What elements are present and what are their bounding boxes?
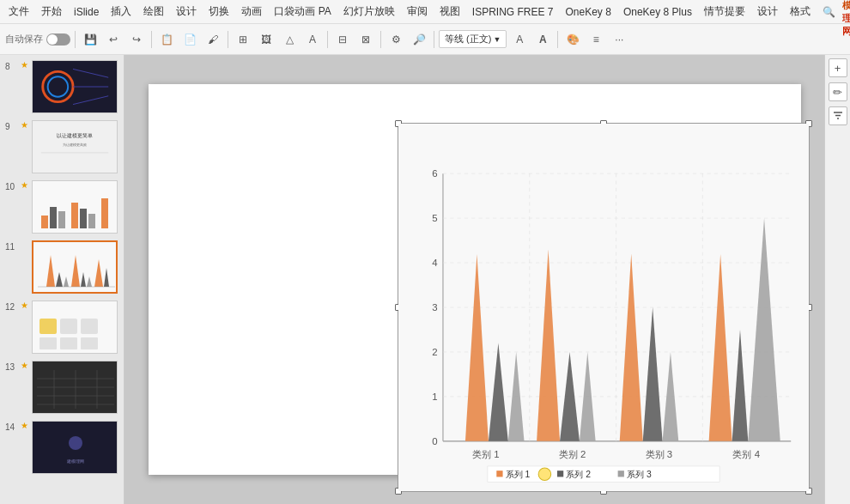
slide-thumbnail-9: 以让建模更简单 为让建模更高效 (32, 120, 118, 173)
svg-text:以让建模更简单: 以让建模更简单 (57, 133, 93, 138)
slide-item-11[interactable]: 11 ★ (3, 239, 120, 295)
arrange-button[interactable]: ⊠ (355, 29, 376, 50)
align-button[interactable]: ≡ (586, 29, 606, 50)
svg-rect-30 (60, 319, 77, 334)
svg-rect-14 (71, 203, 78, 228)
undo-button[interactable]: ↩ (103, 29, 124, 50)
slide-number-11: 11 (5, 242, 17, 252)
menu-file[interactable]: 文件 (3, 3, 34, 21)
sep7 (557, 31, 558, 48)
svg-rect-13 (58, 211, 65, 228)
autosave-toggle: 自动保存 (5, 33, 70, 46)
right-panel: + ✏ (824, 55, 850, 504)
slide-number-9: 9 (5, 122, 17, 131)
chart-container[interactable]: 0 1 2 3 4 5 6 类别 1 类别 2 类别 3 类别 4 (398, 123, 810, 492)
paste-button[interactable]: 📄 (179, 29, 200, 50)
sep3 (228, 31, 228, 48)
insert-shape-button[interactable]: △ (279, 29, 300, 50)
copy-button[interactable]: 📋 (156, 29, 177, 50)
menu-start[interactable]: 开始 (36, 3, 67, 21)
slide-item-8[interactable]: 8 ★ (3, 58, 120, 115)
menu-pocket[interactable]: 口袋动画 PA (269, 3, 336, 21)
slide-star-11: ★ (21, 240, 28, 250)
svg-text:3: 3 (432, 302, 437, 313)
menu-onekey8plus[interactable]: OneKey 8 Plus (618, 4, 697, 20)
color-picker-button[interactable]: 🎨 (562, 29, 583, 50)
insert-text-button[interactable]: A (302, 29, 323, 50)
slide-item-13[interactable]: 13 ★ (3, 359, 120, 416)
svg-point-88 (538, 468, 551, 481)
layout-button[interactable]: ⊟ (332, 29, 353, 50)
menu-draw[interactable]: 绘图 (138, 3, 169, 21)
save-button[interactable]: 💾 (80, 29, 100, 50)
font-size-button[interactable]: A (509, 29, 530, 50)
slide-item-12[interactable]: 12 ★ (3, 299, 120, 355)
more-button[interactable]: ··· (609, 29, 629, 50)
svg-text:5: 5 (432, 213, 437, 223)
svg-text:类别 4: 类别 4 (732, 449, 760, 459)
format-button[interactable]: 🖌 (203, 29, 223, 50)
sep1 (75, 31, 76, 48)
add-button[interactable]: + (829, 58, 847, 77)
menu-search-icon[interactable]: 🔍 (817, 4, 841, 20)
font-dropdown[interactable]: 等线 (正文) ▼ (439, 30, 507, 48)
svg-text:系列 1: 系列 1 (505, 470, 530, 479)
chart-inner: 0 1 2 3 4 5 6 类别 1 类别 2 类别 3 类别 4 (398, 124, 809, 491)
menu-design2[interactable]: 设计 (752, 3, 783, 21)
menu-switch[interactable]: 切换 (203, 3, 234, 21)
slide-item-14[interactable]: 14 ★ 建模理网 (3, 419, 120, 476)
svg-rect-33 (60, 337, 77, 349)
slide-number-10: 10 (5, 182, 17, 191)
menu-islide[interactable]: iSlide (69, 4, 104, 20)
insert-table-button[interactable]: ⊞ (233, 29, 253, 50)
slide-thumbnail-14: 建模理网 (32, 421, 118, 474)
slide-panel: 8 ★ 9 ★ 以让建模更简单 为让建模更 (0, 55, 124, 504)
menu-slideshow[interactable]: 幻灯片放映 (338, 3, 400, 21)
slide-item-9[interactable]: 9 ★ 以让建模更简单 为让建模更高效 (3, 118, 120, 175)
menu-insert[interactable]: 插入 (106, 3, 137, 21)
slide-star-9: ★ (21, 120, 28, 130)
menu-bar: 文件 开始 iSlide 插入 绘图 设计 切换 动画 口袋动画 PA 幻灯片放… (0, 0, 850, 24)
slide-item-10[interactable]: 10 ★ (3, 179, 120, 235)
sep6 (434, 31, 434, 48)
svg-text:0: 0 (432, 436, 437, 446)
menu-ispring[interactable]: ISPRING FREE 7 (467, 4, 559, 20)
slide-number-13: 13 (5, 362, 17, 372)
slide-number-8: 8 (5, 62, 17, 71)
svg-rect-17 (101, 198, 108, 228)
insert-img-button[interactable]: 🖼 (256, 29, 276, 50)
slide-star-13: ★ (21, 361, 28, 370)
logo-text: 建模理网 (842, 0, 850, 38)
svg-rect-31 (81, 319, 98, 334)
slide-thumbnail-10 (32, 180, 118, 234)
menu-storyboard[interactable]: 情节提要 (699, 3, 750, 21)
svg-text:系列 3: 系列 3 (627, 470, 652, 479)
menu-onekey8[interactable]: OneKey 8 (561, 4, 616, 20)
slide-canvas: 0 1 2 3 4 5 6 类别 1 类别 2 类别 3 类别 4 (149, 84, 801, 475)
settings-button[interactable]: ⚙ (386, 29, 406, 50)
menu-animate[interactable]: 动画 (236, 3, 267, 21)
svg-text:1: 1 (432, 392, 437, 402)
slide-thumbnail-8 (32, 60, 118, 113)
sep2 (151, 31, 152, 48)
chart-svg: 0 1 2 3 4 5 6 类别 1 类别 2 类别 3 类别 4 (398, 124, 809, 491)
sep5 (380, 31, 381, 48)
slide-star-8: ★ (21, 60, 28, 70)
zoom-out-button[interactable]: 🔎 (409, 29, 429, 50)
svg-rect-34 (81, 337, 98, 349)
font-bold-button[interactable]: A (532, 29, 553, 50)
filter-button[interactable] (829, 106, 847, 125)
svg-point-44 (69, 436, 82, 450)
svg-rect-16 (88, 214, 95, 228)
svg-text:建模理网: 建模理网 (66, 458, 84, 464)
svg-rect-11 (41, 216, 48, 228)
menu-view[interactable]: 视图 (434, 3, 465, 21)
menu-format[interactable]: 格式 (785, 3, 816, 21)
menu-design[interactable]: 设计 (171, 3, 202, 21)
canvas-area[interactable]: 0 1 2 3 4 5 6 类别 1 类别 2 类别 3 类别 4 (124, 55, 824, 504)
pencil-button[interactable]: ✏ (829, 82, 847, 101)
redo-button[interactable]: ↪ (126, 29, 147, 50)
menu-review[interactable]: 审阅 (402, 3, 433, 21)
svg-rect-35 (33, 361, 118, 414)
autosave-switch[interactable] (46, 33, 70, 46)
